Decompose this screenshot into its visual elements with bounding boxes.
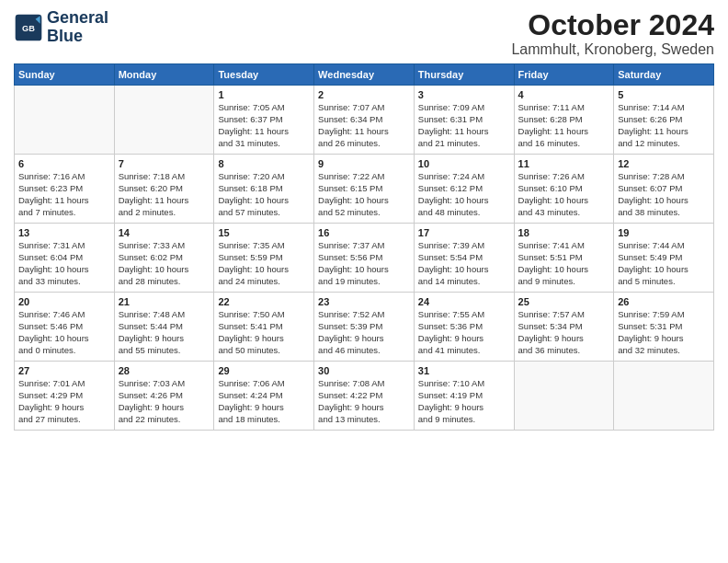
day-number: 15 (218, 227, 310, 238)
cell-w2-d6: 11Sunrise: 7:26 AM Sunset: 6:10 PM Dayli… (514, 155, 614, 224)
cell-w4-d2: 21Sunrise: 7:48 AM Sunset: 5:44 PM Dayli… (114, 293, 214, 362)
cell-w5-d2: 28Sunrise: 7:03 AM Sunset: 4:26 PM Dayli… (114, 362, 214, 431)
cell-w1-d6: 4Sunrise: 7:11 AM Sunset: 6:28 PM Daylig… (514, 86, 614, 155)
cell-w1-d3: 1Sunrise: 7:05 AM Sunset: 6:37 PM Daylig… (214, 86, 314, 155)
cell-w2-d4: 9Sunrise: 7:22 AM Sunset: 6:15 PM Daylig… (314, 155, 415, 224)
cell-w5-d3: 29Sunrise: 7:06 AM Sunset: 4:24 PM Dayli… (214, 362, 314, 431)
day-info: Sunrise: 7:35 AM Sunset: 5:59 PM Dayligh… (218, 240, 310, 287)
day-info: Sunrise: 7:59 AM Sunset: 5:31 PM Dayligh… (618, 309, 710, 356)
day-number: 13 (18, 227, 110, 238)
cell-w3-d2: 14Sunrise: 7:33 AM Sunset: 6:02 PM Dayli… (114, 224, 214, 293)
logo-icon: GB (14, 13, 43, 42)
day-info: Sunrise: 7:37 AM Sunset: 5:56 PM Dayligh… (318, 240, 410, 287)
cell-w4-d5: 24Sunrise: 7:55 AM Sunset: 5:36 PM Dayli… (414, 293, 514, 362)
day-info: Sunrise: 7:24 AM Sunset: 6:12 PM Dayligh… (418, 171, 510, 218)
cell-w4-d3: 22Sunrise: 7:50 AM Sunset: 5:41 PM Dayli… (214, 293, 314, 362)
calendar-table: Sunday Monday Tuesday Wednesday Thursday… (14, 63, 714, 431)
day-number: 9 (318, 158, 410, 169)
day-info: Sunrise: 7:22 AM Sunset: 6:15 PM Dayligh… (318, 171, 410, 218)
col-thursday: Thursday (414, 64, 514, 86)
month-title: October 2024 (511, 9, 714, 41)
day-info: Sunrise: 7:09 AM Sunset: 6:31 PM Dayligh… (418, 102, 510, 149)
cell-w1-d1 (15, 86, 115, 155)
col-saturday: Saturday (614, 64, 714, 86)
day-number: 3 (418, 89, 510, 100)
day-number: 22 (218, 296, 310, 307)
day-info: Sunrise: 7:20 AM Sunset: 6:18 PM Dayligh… (218, 171, 310, 218)
day-info: Sunrise: 7:46 AM Sunset: 5:46 PM Dayligh… (18, 309, 110, 356)
week-row-4: 20Sunrise: 7:46 AM Sunset: 5:46 PM Dayli… (15, 293, 714, 362)
cell-w5-d5: 31Sunrise: 7:10 AM Sunset: 4:19 PM Dayli… (414, 362, 514, 431)
day-number: 10 (418, 158, 510, 169)
col-friday: Friday (514, 64, 614, 86)
cell-w3-d4: 16Sunrise: 7:37 AM Sunset: 5:56 PM Dayli… (314, 224, 415, 293)
calendar-header-row: Sunday Monday Tuesday Wednesday Thursday… (15, 64, 714, 86)
cell-w3-d6: 18Sunrise: 7:41 AM Sunset: 5:51 PM Dayli… (514, 224, 614, 293)
day-info: Sunrise: 7:01 AM Sunset: 4:29 PM Dayligh… (18, 378, 110, 425)
day-info: Sunrise: 7:10 AM Sunset: 4:19 PM Dayligh… (418, 378, 510, 425)
day-number: 28 (119, 365, 210, 376)
day-number: 14 (119, 227, 210, 238)
day-info: Sunrise: 7:14 AM Sunset: 6:26 PM Dayligh… (618, 102, 710, 149)
day-number: 23 (318, 296, 410, 307)
cell-w3-d5: 17Sunrise: 7:39 AM Sunset: 5:54 PM Dayli… (414, 224, 514, 293)
day-number: 25 (518, 296, 610, 307)
cell-w5-d7 (614, 362, 714, 431)
svg-text:GB: GB (22, 24, 35, 33)
day-info: Sunrise: 7:41 AM Sunset: 5:51 PM Dayligh… (518, 240, 610, 287)
day-info: Sunrise: 7:57 AM Sunset: 5:34 PM Dayligh… (518, 309, 610, 356)
logo-text: General Blue (47, 9, 108, 46)
day-info: Sunrise: 7:52 AM Sunset: 5:39 PM Dayligh… (318, 309, 410, 356)
cell-w3-d7: 19Sunrise: 7:44 AM Sunset: 5:49 PM Dayli… (614, 224, 714, 293)
cell-w5-d6 (514, 362, 614, 431)
cell-w1-d4: 2Sunrise: 7:07 AM Sunset: 6:34 PM Daylig… (314, 86, 415, 155)
logo-line2: Blue (47, 28, 108, 46)
day-info: Sunrise: 7:33 AM Sunset: 6:02 PM Dayligh… (119, 240, 210, 287)
cell-w4-d1: 20Sunrise: 7:46 AM Sunset: 5:46 PM Dayli… (15, 293, 115, 362)
day-number: 7 (119, 158, 210, 169)
day-number: 30 (318, 365, 410, 376)
week-row-1: 1Sunrise: 7:05 AM Sunset: 6:37 PM Daylig… (15, 86, 714, 155)
cell-w1-d2 (114, 86, 214, 155)
day-info: Sunrise: 7:08 AM Sunset: 4:22 PM Dayligh… (318, 378, 410, 425)
day-number: 1 (218, 89, 310, 100)
day-number: 5 (618, 89, 710, 100)
day-info: Sunrise: 7:18 AM Sunset: 6:20 PM Dayligh… (119, 171, 210, 218)
day-number: 31 (418, 365, 510, 376)
cell-w4-d6: 25Sunrise: 7:57 AM Sunset: 5:34 PM Dayli… (514, 293, 614, 362)
day-number: 16 (318, 227, 410, 238)
col-monday: Monday (114, 64, 214, 86)
day-info: Sunrise: 7:11 AM Sunset: 6:28 PM Dayligh… (518, 102, 610, 149)
day-number: 8 (218, 158, 310, 169)
day-info: Sunrise: 7:03 AM Sunset: 4:26 PM Dayligh… (119, 378, 210, 425)
day-number: 19 (618, 227, 710, 238)
day-number: 26 (618, 296, 710, 307)
day-number: 18 (518, 227, 610, 238)
week-row-5: 27Sunrise: 7:01 AM Sunset: 4:29 PM Dayli… (15, 362, 714, 431)
day-number: 12 (618, 158, 710, 169)
cell-w2-d7: 12Sunrise: 7:28 AM Sunset: 6:07 PM Dayli… (614, 155, 714, 224)
day-info: Sunrise: 7:07 AM Sunset: 6:34 PM Dayligh… (318, 102, 410, 149)
title-area: October 2024 Lammhult, Kronoberg, Sweden (511, 9, 714, 58)
day-info: Sunrise: 7:48 AM Sunset: 5:44 PM Dayligh… (119, 309, 210, 356)
location-title: Lammhult, Kronoberg, Sweden (511, 41, 714, 58)
col-tuesday: Tuesday (214, 64, 314, 86)
day-number: 2 (318, 89, 410, 100)
day-info: Sunrise: 7:05 AM Sunset: 6:37 PM Dayligh… (218, 102, 310, 149)
day-info: Sunrise: 7:26 AM Sunset: 6:10 PM Dayligh… (518, 171, 610, 218)
logo: GB General Blue (14, 9, 108, 46)
day-info: Sunrise: 7:50 AM Sunset: 5:41 PM Dayligh… (218, 309, 310, 356)
header: GB General Blue October 2024 Lammhult, K… (14, 9, 714, 58)
day-number: 27 (18, 365, 110, 376)
day-info: Sunrise: 7:06 AM Sunset: 4:24 PM Dayligh… (218, 378, 310, 425)
day-info: Sunrise: 7:39 AM Sunset: 5:54 PM Dayligh… (418, 240, 510, 287)
cell-w5-d4: 30Sunrise: 7:08 AM Sunset: 4:22 PM Dayli… (314, 362, 415, 431)
cell-w2-d3: 8Sunrise: 7:20 AM Sunset: 6:18 PM Daylig… (214, 155, 314, 224)
cell-w1-d5: 3Sunrise: 7:09 AM Sunset: 6:31 PM Daylig… (414, 86, 514, 155)
week-row-2: 6Sunrise: 7:16 AM Sunset: 6:23 PM Daylig… (15, 155, 714, 224)
cell-w3-d1: 13Sunrise: 7:31 AM Sunset: 6:04 PM Dayli… (15, 224, 115, 293)
day-info: Sunrise: 7:55 AM Sunset: 5:36 PM Dayligh… (418, 309, 510, 356)
day-number: 20 (18, 296, 110, 307)
day-number: 6 (18, 158, 110, 169)
col-sunday: Sunday (15, 64, 115, 86)
